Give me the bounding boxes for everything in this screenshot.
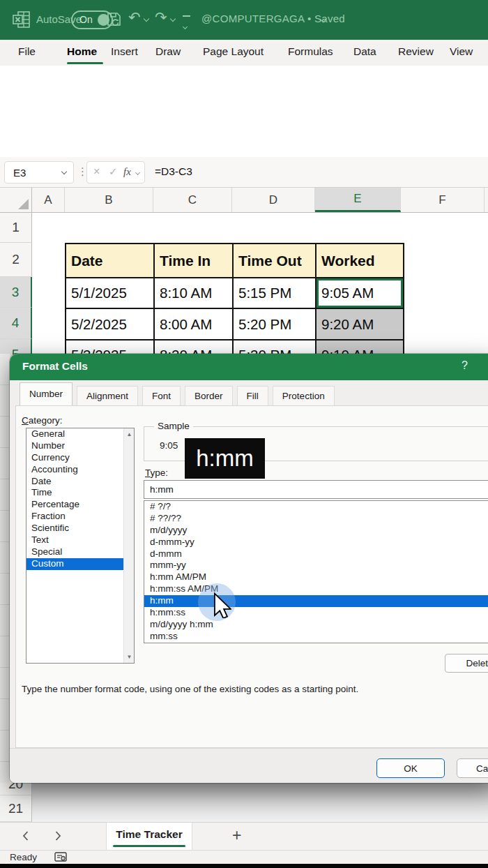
format-code-item[interactable]: # ??/?? [144, 513, 488, 525]
category-fraction[interactable]: Fraction [26, 511, 134, 523]
dialog-footer: OK Cancel [10, 748, 488, 783]
category-general[interactable]: General [26, 428, 134, 440]
column-header-c[interactable]: C [153, 188, 232, 212]
format-code-item[interactable]: d-mmm-yy [144, 537, 488, 548]
dialog-tab-number[interactable]: Number [20, 382, 73, 405]
save-icon[interactable] [106, 11, 123, 28]
accessibility-checker-icon[interactable] [54, 852, 68, 863]
ribbon-tab-insert[interactable]: Insert [111, 45, 138, 58]
category-accounting[interactable]: Accounting [26, 464, 134, 476]
insert-function-icon[interactable]: fx [123, 166, 131, 178]
sheet-prev-icon[interactable] [21, 830, 31, 842]
dialog-tab-border[interactable]: Border [185, 386, 233, 405]
row-header-1[interactable]: 1 [0, 213, 32, 243]
format-code-listbox[interactable]: # ?/? # ??/?? m/d/yyyy d-mmm-yy d-mmm mm… [144, 500, 488, 643]
dialog-tab-protection[interactable]: Protection [273, 386, 335, 405]
row-header-4[interactable]: 4 [0, 308, 32, 339]
category-time[interactable]: Time [26, 487, 134, 499]
format-code-item[interactable]: h:mm AM/PM [144, 571, 488, 583]
category-date[interactable]: Date [26, 476, 134, 488]
row-header-21[interactable]: 21 [0, 795, 32, 822]
redo-dropdown-icon[interactable] [170, 16, 176, 22]
format-code-item[interactable]: d-mmm [144, 548, 488, 560]
type-input[interactable]: h:mm [144, 480, 488, 499]
sheet-next-icon[interactable] [53, 830, 63, 842]
ribbon-tab-data[interactable]: Data [353, 45, 376, 58]
redo-icon[interactable]: ↷ [155, 9, 167, 26]
row-header-3[interactable]: 3 [0, 277, 32, 308]
letterbox-bar [0, 864, 488, 868]
format-code-item[interactable]: h:mm:ss [144, 607, 488, 619]
cell-d3[interactable]: 5:15 PM [234, 278, 317, 309]
category-listbox[interactable]: General Number Currency Accounting Date … [26, 428, 135, 664]
category-percentage[interactable]: Percentage [26, 499, 134, 511]
format-code-item[interactable]: # ?/? [144, 501, 488, 513]
undo-icon[interactable]: ↶ [128, 9, 141, 26]
table-header-time-out[interactable]: Time Out [234, 244, 317, 278]
row-header-20[interactable]: 20 [0, 783, 32, 795]
cell-e3-active[interactable]: 9:05 AM [317, 278, 403, 309]
category-currency[interactable]: Currency [26, 452, 134, 464]
dialog-help-button[interactable]: ? [462, 359, 468, 372]
format-code-hmm-selected[interactable]: h:mm [144, 595, 488, 607]
ribbon-tab-page-layout[interactable]: Page Layout [203, 45, 264, 58]
table-header-date[interactable]: Date [66, 244, 155, 278]
dialog-tab-alignment[interactable]: Alignment [77, 386, 138, 405]
column-header-d[interactable]: D [232, 188, 315, 212]
format-code-item[interactable]: m/d/yyyy [144, 525, 488, 537]
select-all-triangle-icon [18, 199, 29, 209]
quick-access-menu-icon[interactable] [183, 15, 190, 31]
cell-e4-selected[interactable]: 9:20 AM [317, 309, 403, 341]
format-code-item[interactable]: m/d/yyyy h:mm [144, 619, 488, 631]
ribbon-tab-review[interactable]: Review [398, 45, 434, 58]
cell-b3[interactable]: 5/1/2025 [66, 278, 155, 309]
scroll-up-icon[interactable]: ▲ [124, 431, 135, 437]
ribbon-tab-draw[interactable]: Draw [155, 45, 181, 58]
category-special[interactable]: Special [26, 546, 134, 558]
select-all-button[interactable] [0, 188, 32, 212]
delete-button[interactable]: Delete [445, 654, 488, 673]
format-code-item[interactable]: h:mm:ss AM/PM [144, 583, 488, 595]
category-scrollbar[interactable]: ▲ ▼ [123, 428, 134, 663]
video-caption-overlay: h:mm [185, 438, 265, 479]
formula-content[interactable]: =D3-C3 [155, 165, 192, 178]
cancel-button[interactable]: Cancel [457, 758, 488, 778]
name-box[interactable]: E3 [4, 161, 74, 184]
ok-button-label: OK [404, 763, 418, 774]
format-code-item[interactable]: mmm-yy [144, 560, 488, 571]
table-header-worked[interactable]: Worked [317, 244, 403, 278]
cell-c3[interactable]: 8:10 AM [155, 278, 234, 309]
undo-dropdown-icon[interactable] [144, 16, 149, 22]
sheet-tab-label: Time Tracker [116, 828, 182, 841]
add-sheet-button[interactable]: + [232, 826, 241, 845]
ribbon-tab-file[interactable]: File [18, 45, 36, 58]
confirm-entry-icon[interactable]: ✓ [109, 165, 118, 178]
format-code-item[interactable]: mm:ss [144, 631, 488, 643]
ribbon-tab-view[interactable]: View [450, 45, 473, 58]
cell-c4[interactable]: 8:00 AM [155, 309, 234, 341]
column-header-f[interactable]: F [401, 188, 485, 212]
fx-chevron-icon[interactable] [135, 170, 140, 175]
column-header-a[interactable]: A [32, 188, 65, 212]
name-box-chevron-icon[interactable] [61, 169, 67, 174]
cell-b4[interactable]: 5/2/2025 [66, 309, 155, 341]
mouse-cursor-icon [213, 592, 231, 618]
column-header-b[interactable]: B [65, 188, 153, 212]
ok-button[interactable]: OK [376, 758, 445, 778]
dialog-tab-font[interactable]: Font [142, 386, 181, 405]
dialog-tab-fill[interactable]: Fill [237, 386, 268, 405]
dialog-title-bar[interactable]: Format Cells ? [10, 354, 488, 380]
category-scientific[interactable]: Scientific [26, 523, 134, 534]
ribbon-tab-home[interactable]: Home [67, 45, 97, 58]
row-header-2[interactable]: 2 [0, 243, 32, 277]
category-text[interactable]: Text [26, 534, 134, 546]
scroll-down-icon[interactable]: ▼ [124, 654, 135, 660]
cell-d4[interactable]: 5:20 PM [234, 309, 317, 341]
ribbon-tab-formulas[interactable]: Formulas [288, 45, 333, 58]
excel-app-icon[interactable] [12, 10, 31, 29]
column-header-e[interactable]: E [315, 188, 401, 212]
category-number[interactable]: Number [26, 440, 134, 452]
cancel-entry-icon[interactable]: × [93, 165, 100, 178]
category-custom-selected[interactable]: Custom [26, 558, 134, 570]
table-header-time-in[interactable]: Time In [155, 244, 234, 278]
